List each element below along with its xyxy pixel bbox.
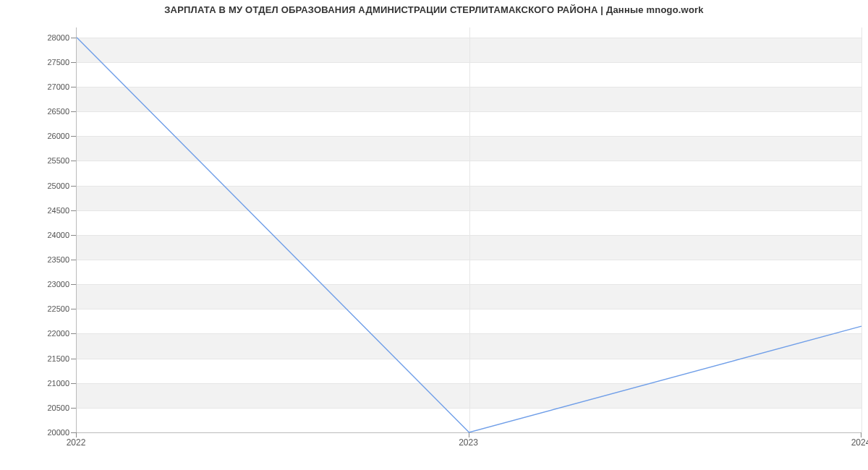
y-tick <box>71 38 76 38</box>
y-tick <box>71 87 76 87</box>
chart-container: ЗАРПЛАТА В МУ ОТДЕЛ ОБРАЗОВАНИЯ АДМИНИСТ… <box>0 0 868 470</box>
y-tick <box>71 111 76 112</box>
y-tick <box>71 235 76 236</box>
y-tick-label: 21000 <box>4 379 69 387</box>
x-tick <box>76 432 77 437</box>
x-tick-label: 2024 <box>851 437 868 448</box>
y-tick-label: 20000 <box>4 429 69 437</box>
y-tick <box>71 260 76 260</box>
y-tick <box>71 333 76 334</box>
y-tick <box>71 309 76 309</box>
plot-area <box>76 27 861 433</box>
y-tick-label: 26000 <box>4 132 69 140</box>
line-series <box>77 27 861 432</box>
y-tick-label: 21500 <box>4 354 69 362</box>
y-tick-label: 28000 <box>4 33 69 41</box>
y-tick <box>71 284 76 285</box>
x-tick <box>469 432 469 437</box>
y-tick <box>71 383 76 384</box>
y-tick-label: 26500 <box>4 108 69 116</box>
gridline <box>861 27 862 432</box>
y-tick <box>71 408 76 409</box>
y-tick <box>71 186 76 187</box>
y-tick <box>71 359 76 359</box>
y-tick-label: 24000 <box>4 231 69 239</box>
y-tick-label: 27000 <box>4 82 69 90</box>
y-tick-label: 23500 <box>4 255 69 263</box>
y-tick <box>71 62 76 63</box>
y-tick-label: 23000 <box>4 281 69 289</box>
x-tick-label: 2022 <box>67 437 86 448</box>
y-tick-label: 25500 <box>4 157 69 165</box>
y-tick-label: 20500 <box>4 403 69 411</box>
y-tick-label: 27500 <box>4 58 69 66</box>
x-tick <box>861 432 861 437</box>
chart-title: ЗАРПЛАТА В МУ ОТДЕЛ ОБРАЗОВАНИЯ АДМИНИСТ… <box>0 4 868 15</box>
y-tick-label: 25000 <box>4 181 69 189</box>
y-tick-label: 22000 <box>4 330 69 338</box>
series-line <box>77 38 861 432</box>
x-tick-label: 2023 <box>459 437 478 448</box>
y-tick-label: 22500 <box>4 305 69 313</box>
y-tick <box>71 161 76 161</box>
y-tick-label: 24500 <box>4 206 69 214</box>
y-tick <box>71 136 76 137</box>
y-tick <box>71 210 76 211</box>
y-tick <box>71 432 76 433</box>
